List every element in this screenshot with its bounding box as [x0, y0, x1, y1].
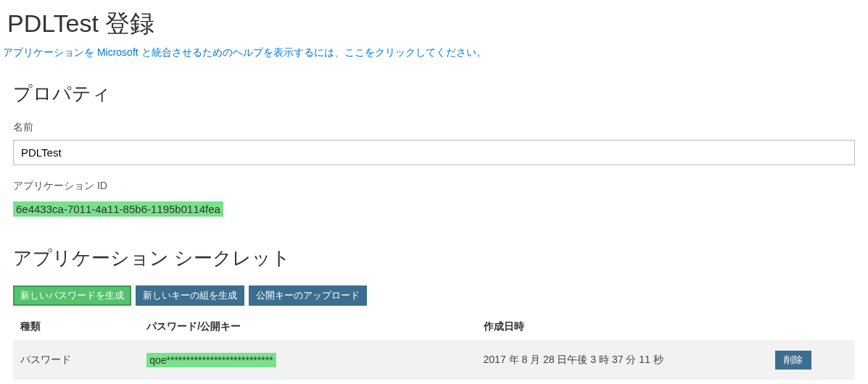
- page-title: PDLTest 登録: [0, 0, 868, 46]
- secret-value: qoe***************************: [146, 353, 276, 367]
- secrets-section: アプリケーション シークレット 新しいパスワードを生成 新しいキーの組を生成 公…: [0, 224, 868, 380]
- cell-action: 削除: [754, 341, 855, 380]
- properties-title: プロパティ: [13, 81, 855, 107]
- col-header-action: [754, 314, 855, 341]
- secrets-table: 種類 パスワード/公開キー 作成日時 パスワード qoe************…: [13, 314, 855, 380]
- upload-key-button[interactable]: 公開キーのアップロード: [249, 285, 367, 306]
- cell-created: 2017 年 8 月 28 日午後 3 時 37 分 11 秒: [476, 341, 754, 380]
- properties-section: プロパティ 名前 アプリケーション ID 6e4433ca-7011-4a11-…: [0, 74, 868, 224]
- new-keypair-button[interactable]: 新しいキーの組を生成: [136, 285, 244, 306]
- app-id-label: アプリケーション ID: [13, 180, 855, 193]
- new-password-button[interactable]: 新しいパスワードを生成: [13, 285, 131, 306]
- table-row: パスワード qoe*************************** 201…: [13, 341, 855, 380]
- cell-key: qoe***************************: [139, 341, 476, 380]
- delete-button[interactable]: 削除: [775, 351, 811, 370]
- col-header-type: 種類: [13, 314, 139, 341]
- secrets-title: アプリケーション シークレット: [13, 246, 855, 271]
- name-label: 名前: [13, 121, 855, 134]
- col-header-created: 作成日時: [476, 314, 754, 341]
- help-link[interactable]: アプリケーションを Microsoft と統合させるためのヘルプを表示するには、…: [0, 46, 868, 74]
- app-id-value: 6e4433ca-7011-4a11-85b6-1195b0114fea: [13, 201, 223, 217]
- col-header-key: パスワード/公開キー: [139, 314, 476, 341]
- cell-type: パスワード: [13, 341, 139, 380]
- name-input[interactable]: [13, 140, 855, 165]
- secrets-button-row: 新しいパスワードを生成 新しいキーの組を生成 公開キーのアップロード: [13, 285, 855, 306]
- table-header-row: 種類 パスワード/公開キー 作成日時: [13, 314, 855, 341]
